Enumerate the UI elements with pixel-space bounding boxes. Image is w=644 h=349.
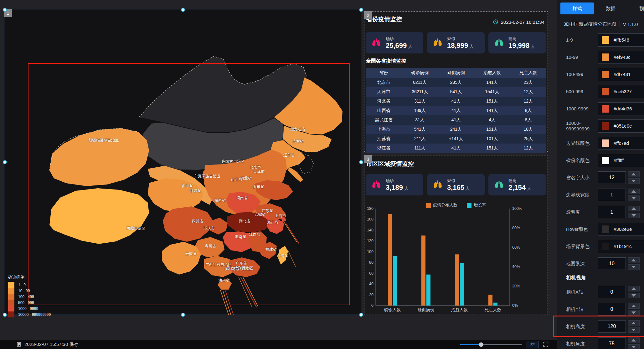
number-input[interactable]: 12 — [598, 171, 626, 184]
stepper-up-button[interactable] — [628, 320, 640, 326]
map-legend: 确诊病例: 1 - 910 - 99100 - 499500 - 9991000… — [8, 275, 51, 317]
stepper-down-button[interactable] — [628, 195, 640, 201]
table-row: 黑龙江省31人41人4人8人 — [366, 115, 546, 125]
resize-handle-sw[interactable] — [3, 313, 7, 317]
settings-sidebar: 样式数据预览 3D中国新冠疫情分布地图 V 1.1.0 1-9#ffb54610… — [557, 0, 644, 349]
table-cell: 311人 — [402, 97, 438, 106]
color-hex-value: #ffb546 — [614, 37, 629, 43]
stepper-up-button[interactable] — [628, 337, 640, 343]
resize-handle-e[interactable] — [359, 160, 363, 164]
table-cell: 6211人 — [402, 78, 438, 87]
stepper-down-button[interactable] — [628, 310, 640, 316]
tab-预览[interactable]: 预览 — [627, 3, 644, 14]
color-picker-input[interactable]: #302e2e — [598, 223, 644, 236]
table-header-row: 省份确诊病例疑似病例治愈人数死亡人数 — [366, 68, 546, 78]
right-axis-tick: 0% — [512, 303, 518, 308]
table-cell: 189人 — [402, 106, 438, 115]
color-picker-input[interactable]: #df7431 — [598, 68, 644, 81]
color-swatch[interactable] — [602, 122, 609, 130]
settings-section-header: 相机视角 — [557, 272, 644, 283]
tab-数据[interactable]: 数据 — [594, 3, 627, 14]
number-input[interactable]: 1 — [598, 189, 626, 201]
category-label: 确诊人数 — [384, 307, 401, 312]
color-swatch[interactable] — [602, 243, 609, 250]
document-icon — [16, 342, 22, 347]
color-swatch[interactable] — [602, 88, 609, 95]
stepper-up-button[interactable] — [628, 206, 640, 211]
color-swatch[interactable] — [602, 36, 609, 44]
color-picker-input[interactable]: #ffb546 — [598, 33, 644, 47]
stat-value: 3,189 — [386, 184, 403, 191]
table-cell: 541人 — [402, 125, 438, 134]
table-cell: 41人 — [438, 144, 474, 153]
stepper-down-button[interactable] — [628, 264, 640, 270]
color-picker-input[interactable]: #dd4d36 — [598, 102, 644, 115]
color-swatch[interactable] — [602, 105, 609, 113]
color-picker-input[interactable]: #ce5327 — [598, 85, 644, 98]
number-input[interactable]: 75 — [598, 337, 626, 349]
number-input[interactable]: 1 — [598, 206, 626, 218]
stepper-down-button[interactable] — [628, 213, 640, 218]
table-cell: 151人 — [474, 97, 510, 106]
color-swatch[interactable] — [602, 225, 609, 233]
stepper-down-button[interactable] — [628, 293, 640, 298]
color-picker-input[interactable]: #1b191c — [598, 240, 644, 253]
resize-handle-w[interactable] — [3, 160, 7, 164]
resize-handle-ne[interactable] — [359, 8, 363, 12]
chart-legend-swatch — [467, 203, 471, 208]
tab-样式[interactable]: 样式 — [560, 3, 594, 14]
resize-handle-n[interactable] — [181, 8, 185, 12]
stepper-up-button[interactable] — [628, 303, 640, 309]
color-swatch[interactable] — [602, 71, 609, 78]
zoom-value-box[interactable]: 72 — [526, 341, 539, 348]
zoom-slider[interactable] — [460, 344, 522, 345]
stat-unit: 人 — [408, 44, 412, 49]
stat-label: 确诊 — [386, 178, 409, 184]
color-picker-input[interactable]: #ffffff — [598, 154, 644, 167]
settings-row-1-9: 1-9#ffb546 — [557, 31, 644, 48]
province-monitor-panel[interactable]: 2 省份疫情监控 2023-02-07 16:21:34 确诊 25,699人 — [364, 11, 548, 152]
color-swatch[interactable] — [602, 139, 609, 147]
bar-疫情分布人数 — [421, 235, 425, 306]
arrow-up-icon — [631, 207, 636, 210]
resize-handle-nw[interactable] — [3, 8, 7, 12]
bar-增长率 — [393, 256, 397, 306]
number-input[interactable]: 0 — [598, 303, 626, 316]
number-input[interactable]: 0 — [598, 286, 626, 298]
table-cell: 41人 — [438, 97, 474, 106]
stepper-down-button[interactable] — [628, 344, 640, 349]
color-picker-input[interactable]: #851e0e — [598, 119, 644, 133]
settings-row-10-99: 10-99#ef943c — [557, 48, 644, 66]
settings-row-10000-999999999: 10000-999999999#851e0e — [557, 117, 644, 134]
arrow-down-icon — [631, 311, 636, 314]
resize-handle-se[interactable] — [359, 313, 363, 317]
resize-handle-s[interactable] — [181, 313, 185, 317]
table-row: 江苏省211人+141人101人25人 — [366, 134, 546, 144]
color-swatch[interactable] — [602, 53, 609, 61]
settings-row-相机角度: 相机角度75 — [557, 335, 644, 349]
stepper-up-button[interactable] — [628, 257, 640, 263]
right-axis-tick: 40% — [512, 265, 520, 269]
table-cell: 上海市 — [366, 125, 402, 134]
stat-label: 疑似 — [447, 36, 474, 42]
color-swatch[interactable] — [602, 157, 609, 164]
stepper-up-button[interactable] — [628, 171, 640, 177]
fit-to-screen-icon[interactable] — [542, 341, 549, 348]
number-input[interactable]: 10 — [598, 257, 626, 270]
stepper-up-button[interactable] — [628, 286, 640, 291]
zoom-slider-handle[interactable] — [479, 342, 483, 347]
color-picker-input[interactable]: #ffc7ad — [598, 137, 644, 150]
setting-label: 1000-9999 — [566, 106, 601, 112]
city-monitor-panel[interactable]: 3 市区区域疫情监控 确诊 3,189人 疑似 3,165人 — [364, 155, 548, 315]
lung-icon — [371, 37, 382, 48]
stepper-down-button[interactable] — [628, 178, 640, 184]
stat-cards: 确诊 25,699人 疑似 18,999人 隔离 — [366, 32, 546, 53]
stepper-down-button[interactable] — [628, 327, 640, 333]
arrow-up-icon — [631, 305, 636, 307]
table-cell: 山西省 — [366, 106, 402, 115]
number-input[interactable]: 120 — [598, 320, 626, 333]
stepper-up-button[interactable] — [628, 189, 640, 194]
color-picker-input[interactable]: #ef943c — [598, 51, 644, 64]
map-component[interactable]: 1 — [4, 9, 361, 315]
table-cell: 41人 — [438, 115, 474, 125]
